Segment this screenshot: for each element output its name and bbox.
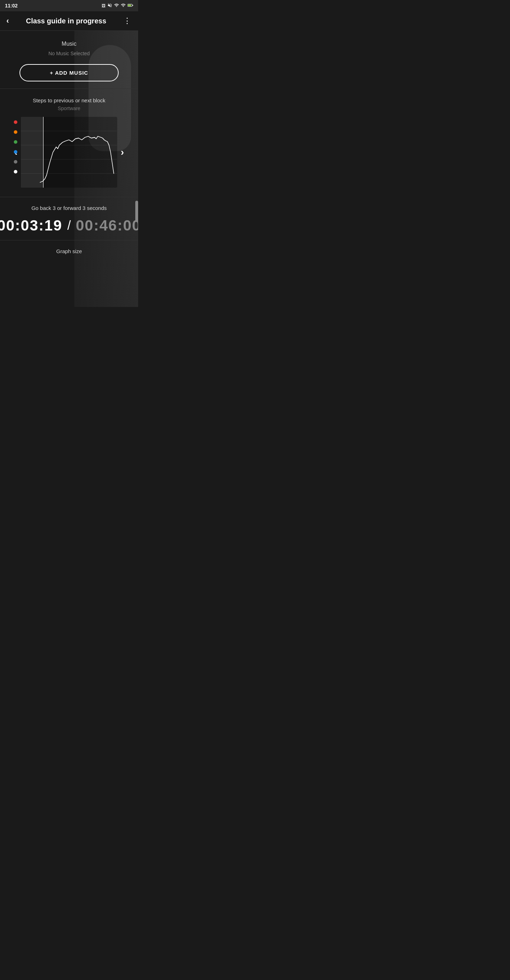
timer-current-time: 00:03:19 <box>0 217 62 234</box>
dot-gray <box>14 160 18 164</box>
main-content: Music No Music Selected + ADD MUSIC Step… <box>0 31 138 307</box>
more-options-button[interactable]: ⋮ <box>123 16 132 25</box>
timer-label: Go back 3 or forward 3 seconds <box>3 205 135 211</box>
status-icons: 🖼 <box>102 3 133 8</box>
steps-section: Steps to previous or next block Sportwar… <box>0 89 138 197</box>
intensity-dots <box>14 120 18 173</box>
dot-white <box>14 170 18 173</box>
chart-next-button[interactable]: › <box>117 143 128 161</box>
battery-icon <box>128 3 133 8</box>
timer-total-time: 00:46:00 <box>76 217 138 234</box>
steps-sublabel: Sportware <box>7 105 131 111</box>
timer-row: ‹ 00:03:19 / 00:46:00 › <box>3 217 135 234</box>
steps-label: Steps to previous or next block <box>7 97 131 103</box>
page-title: Class guide in progress <box>13 17 119 25</box>
add-music-button[interactable]: + ADD MUSIC <box>19 64 119 81</box>
mute-icon <box>107 3 112 8</box>
signal-icon <box>121 3 126 8</box>
back-button[interactable]: ‹ <box>6 16 9 25</box>
svg-rect-2 <box>132 5 133 6</box>
status-time: 11:02 <box>5 3 18 8</box>
dot-red <box>14 120 18 124</box>
timer-section: Go back 3 or forward 3 seconds ‹ 00:03:1… <box>0 197 138 240</box>
dot-orange <box>14 130 18 134</box>
chart-line-svg <box>21 117 117 188</box>
graph-size-label: Graph size <box>7 248 131 254</box>
chart-area <box>21 117 117 188</box>
dot-blue <box>14 150 18 154</box>
chart-container: ‹ <box>7 117 131 188</box>
timer-separator: / <box>67 218 71 233</box>
svg-rect-1 <box>128 5 131 6</box>
music-section: Music No Music Selected + ADD MUSIC <box>0 31 138 89</box>
wifi-icon <box>114 3 119 8</box>
dot-green <box>14 140 18 144</box>
graph-size-section: Graph size <box>0 240 138 262</box>
music-sublabel: No Music Selected <box>7 51 131 56</box>
header: ‹ Class guide in progress ⋮ <box>0 11 138 31</box>
status-bar: 11:02 🖼 <box>0 0 138 11</box>
image-icon: 🖼 <box>102 3 105 8</box>
music-label: Music <box>7 41 131 47</box>
